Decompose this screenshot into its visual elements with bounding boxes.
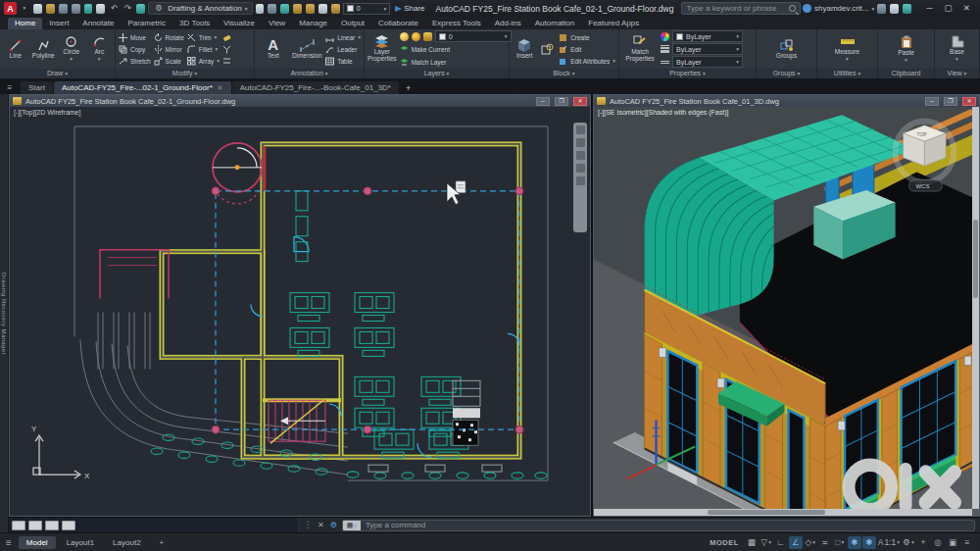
plot-icon[interactable] <box>84 4 93 14</box>
explode-button[interactable] <box>222 44 231 55</box>
annotation-monitor-icon[interactable]: + <box>916 536 930 549</box>
horizontal-scrollbar[interactable] <box>594 509 972 516</box>
close-tab-icon[interactable]: ✕ <box>218 84 223 92</box>
line-button[interactable]: Line <box>3 39 28 60</box>
object-snap-toggle[interactable]: □▾ <box>833 536 847 549</box>
edit-attributes-button[interactable]: Edit Attributes▾ <box>559 56 615 67</box>
make-current-button[interactable]: Make Current <box>400 44 512 55</box>
layout-menu-icon[interactable]: ≡ <box>6 537 12 548</box>
customization-icon[interactable]: ≡ <box>960 536 974 549</box>
layer-combo[interactable]: 0 ▾ <box>435 30 512 42</box>
tab-featured-apps[interactable]: Featured Apps <box>581 18 646 29</box>
panel-title-properties[interactable]: Properties ▾ <box>619 69 756 78</box>
start-tab[interactable]: Start <box>21 81 53 94</box>
navigation-bar[interactable] <box>573 123 587 232</box>
maximize-button[interactable]: ▢ <box>939 2 957 15</box>
isolate-objects-icon[interactable]: ◎ <box>931 536 945 549</box>
grid-toggle[interactable]: ▦ <box>745 536 759 549</box>
arc-button[interactable]: Arc ▾ <box>87 35 113 63</box>
panel-title-clipboard[interactable]: Clipboard <box>878 69 934 78</box>
mirror-button[interactable]: Mirror <box>154 44 184 55</box>
match-layer-button[interactable]: Match Layer <box>400 57 512 68</box>
minimize-button[interactable]: ─ <box>920 2 939 15</box>
open-file-icon[interactable] <box>46 4 55 14</box>
panel-title-annotation[interactable]: Annotation ▾ <box>255 69 364 78</box>
panel-title-draw[interactable]: Draw ▾ <box>0 69 115 78</box>
redo-icon[interactable]: ↷ <box>122 2 133 15</box>
paste-watch-icon[interactable] <box>256 4 265 14</box>
tab-automation[interactable]: Automation <box>528 18 581 29</box>
layer-lock-icon[interactable] <box>423 32 432 41</box>
close-button[interactable]: ✕ <box>957 2 976 15</box>
autodesk-icon[interactable] <box>890 4 899 14</box>
sheetset-icon[interactable] <box>293 4 302 14</box>
new-file-icon[interactable] <box>33 4 42 14</box>
autoscale-toggle[interactable]: ✱ <box>862 536 876 549</box>
workspace-dropdown[interactable]: ⚙ Drafting & Annotation ▾ <box>148 2 252 15</box>
mini-model-tab[interactable] <box>12 521 25 530</box>
ortho-toggle[interactable]: ∟ <box>774 536 788 549</box>
paste-button[interactable]: Paste ▾ <box>891 35 922 64</box>
panel-title-groups[interactable]: Groups ▾ <box>757 69 816 78</box>
command-close-icon[interactable]: ✕ <box>318 521 324 529</box>
tab-view[interactable]: View <box>262 18 292 29</box>
autocad-logo-icon[interactable]: A <box>4 2 17 15</box>
model-tab[interactable]: Model <box>19 536 56 549</box>
table-button[interactable]: Table <box>325 56 361 67</box>
panel-title-layers[interactable]: Layers ▾ <box>365 69 509 78</box>
new-drawing-button[interactable]: + <box>400 82 416 94</box>
copy-button[interactable]: Copy <box>119 44 151 55</box>
polyline-button[interactable]: Polyline <box>31 39 57 60</box>
annotation-visibility-toggle[interactable]: ✱ <box>848 536 861 549</box>
viewport-2d[interactable]: [-][Top][2D Wireframe] <box>10 107 590 516</box>
bulb-icon[interactable] <box>306 4 315 14</box>
move-button[interactable]: Move <box>119 32 151 43</box>
circle-button[interactable]: Circle ▾ <box>59 35 84 63</box>
share-button[interactable]: Share <box>395 4 424 13</box>
layer-properties-button[interactable]: Layer Properties <box>368 35 397 63</box>
panel-title-utilities[interactable]: Utilities ▾ <box>817 69 877 78</box>
drawing-recovery-palette[interactable]: Drawing Recovery Manager <box>0 94 9 532</box>
drawing-tab-ground-floor[interactable]: AutoCAD-FY25_Fire-...02-1_Ground-Floor* … <box>54 81 231 94</box>
object-snap-tracking-toggle[interactable]: ≍ <box>818 536 832 549</box>
account-menu[interactable]: shyamdev.crit... ▾ <box>803 4 874 13</box>
polar-tracking-toggle[interactable]: ∠ <box>789 536 803 549</box>
annotation-scale-button[interactable]: A1:1▾ <box>877 536 901 549</box>
mini-layout1-tab[interactable] <box>28 521 42 530</box>
color-combo[interactable]: ByLayer ▾ <box>672 30 743 42</box>
text-button[interactable]: A Text <box>258 38 289 60</box>
tab-insert[interactable]: Insert <box>42 18 75 29</box>
command-input[interactable]: ▦▾ Type a command <box>342 520 975 531</box>
window-2d-close[interactable]: ✕ <box>573 97 587 106</box>
dimension-button[interactable]: Dimension <box>292 39 323 60</box>
panel-title-modify[interactable]: Modify ▾ <box>116 69 254 78</box>
undo-icon[interactable]: ↶ <box>108 2 120 15</box>
window-2d-titlebar[interactable]: AutoCAD FY25_Fire Station Book Cafe_02-1… <box>10 95 590 107</box>
linear-button[interactable]: Linear▾ <box>325 32 361 43</box>
plot-preview-icon[interactable] <box>136 4 145 14</box>
mini-layout2-tab[interactable] <box>45 521 59 530</box>
block-editor-button[interactable] <box>539 43 556 56</box>
save-icon[interactable] <box>59 4 68 14</box>
trim-button[interactable]: Trim▾ <box>187 32 220 43</box>
layer-on-icon[interactable] <box>400 32 409 41</box>
save-as-icon[interactable] <box>72 4 80 14</box>
tab-collaborate[interactable]: Collaborate <box>371 18 425 29</box>
snap-toggle[interactable]: ▽▾ <box>760 536 773 549</box>
linetype-combo[interactable]: ByLayer ▾ <box>672 56 743 68</box>
viewport-3d[interactable]: [-][SE Isometric][Shaded with edges (Fas… <box>594 107 979 516</box>
sun-icon[interactable] <box>318 4 327 14</box>
layout2-tab[interactable]: Layout2 <box>105 536 148 549</box>
workspace-switch-icon[interactable]: ⚙▾ <box>902 536 915 549</box>
zoom-icon[interactable] <box>576 138 585 147</box>
layer-freeze-icon[interactable] <box>412 32 420 41</box>
viewport-3d-controls[interactable]: [-][SE Isometric][Shaded with edges (Fas… <box>598 109 728 116</box>
isodraft-toggle[interactable]: ◇▾ <box>804 536 817 549</box>
tab-output[interactable]: Output <box>334 18 371 29</box>
wcs-menu[interactable]: WCS <box>909 180 943 191</box>
fillet-button[interactable]: Fillet▾ <box>187 44 220 55</box>
edit-block-button[interactable]: Edit <box>559 44 615 55</box>
print-icon[interactable] <box>96 4 105 14</box>
tab-home[interactable]: Home <box>8 18 42 29</box>
match-properties-button[interactable]: Match Properties <box>622 35 658 63</box>
